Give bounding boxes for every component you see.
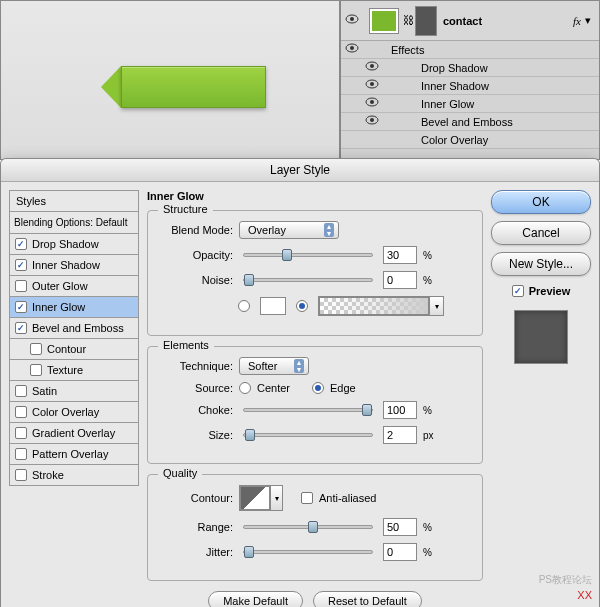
elements-group: Elements Technique: Softer▴▾ Source: Cen…: [147, 346, 483, 464]
checkbox-icon[interactable]: [15, 469, 27, 481]
style-inner-glow[interactable]: Inner Glow: [9, 296, 139, 317]
effect-drop-shadow[interactable]: Drop Shadow: [341, 59, 599, 77]
technique-select[interactable]: Softer▴▾: [239, 357, 309, 375]
effect-inner-shadow[interactable]: Inner Shadow: [341, 77, 599, 95]
style-pattern-overlay[interactable]: Pattern Overlay: [9, 443, 139, 464]
watermark-xx: XX: [577, 589, 592, 601]
reset-default-button[interactable]: Reset to Default: [313, 591, 422, 607]
style-drop-shadow[interactable]: Drop Shadow: [9, 233, 139, 254]
visibility-icon[interactable]: [365, 79, 383, 93]
checkbox-icon[interactable]: [15, 259, 27, 271]
blending-options[interactable]: Blending Options: Default: [9, 211, 139, 233]
select-arrows-icon: ▴▾: [324, 223, 334, 237]
opacity-label: Opacity:: [158, 249, 233, 261]
color-radio[interactable]: [238, 300, 250, 312]
effect-color-overlay[interactable]: Color Overlay: [341, 131, 599, 149]
range-label: Range:: [158, 521, 233, 533]
chevron-down-icon[interactable]: ▾: [429, 297, 443, 315]
checkbox-icon[interactable]: [15, 385, 27, 397]
checkbox-icon[interactable]: [15, 301, 27, 313]
opacity-slider[interactable]: [243, 253, 373, 257]
checkbox-icon[interactable]: [30, 343, 42, 355]
range-slider[interactable]: [243, 525, 373, 529]
style-texture[interactable]: Texture: [9, 359, 139, 380]
visibility-icon[interactable]: [345, 43, 363, 57]
layer-name[interactable]: contact: [443, 15, 573, 27]
visibility-icon[interactable]: [365, 61, 383, 75]
choke-input[interactable]: [383, 401, 417, 419]
checkbox-icon[interactable]: [30, 364, 42, 376]
structure-group: Structure Blend Mode: Overlay▴▾ Opacity:…: [147, 210, 483, 336]
styles-header[interactable]: Styles: [9, 190, 139, 211]
contour-picker[interactable]: ▾: [239, 485, 283, 511]
jitter-slider[interactable]: [243, 550, 373, 554]
canvas: [0, 0, 340, 160]
style-stroke[interactable]: Stroke: [9, 464, 139, 486]
svg-point-3: [350, 46, 354, 50]
blend-mode-select[interactable]: Overlay▴▾: [239, 221, 339, 239]
cancel-button[interactable]: Cancel: [491, 221, 591, 245]
checkbox-icon[interactable]: [15, 448, 27, 460]
visibility-icon[interactable]: [365, 97, 383, 111]
mask-thumbnail[interactable]: [415, 6, 437, 36]
chevron-down-icon[interactable]: ▾: [585, 14, 595, 27]
range-input[interactable]: [383, 518, 417, 536]
green-arrow-shape: [101, 66, 266, 108]
visibility-icon[interactable]: [365, 115, 383, 129]
make-default-button[interactable]: Make Default: [208, 591, 303, 607]
style-satin[interactable]: Satin: [9, 380, 139, 401]
checkbox-icon[interactable]: [15, 427, 27, 439]
noise-label: Noise:: [158, 274, 233, 286]
style-outer-glow[interactable]: Outer Glow: [9, 275, 139, 296]
source-center-radio[interactable]: [239, 382, 251, 394]
preview-thumbnail: [514, 310, 568, 364]
jitter-input[interactable]: [383, 543, 417, 561]
noise-slider[interactable]: [243, 278, 373, 282]
gradient-picker[interactable]: ▾: [318, 296, 444, 316]
svg-point-9: [370, 100, 374, 104]
style-bevel[interactable]: Bevel and Emboss: [9, 317, 139, 338]
select-arrows-icon: ▴▾: [294, 359, 304, 373]
dialog-title: Layer Style: [1, 159, 599, 182]
blend-mode-label: Blend Mode:: [158, 224, 233, 236]
layers-panel: ⛓ contact fx ▾ Effects Drop Shadow Inner…: [340, 0, 600, 160]
fx-badge[interactable]: fx: [573, 15, 581, 27]
quality-group: Quality Contour: ▾ Anti-aliased Range: %…: [147, 474, 483, 581]
chevron-down-icon[interactable]: ▾: [270, 486, 282, 510]
svg-point-11: [370, 118, 374, 122]
gradient-radio[interactable]: [296, 300, 308, 312]
new-style-button[interactable]: New Style...: [491, 252, 591, 276]
size-slider[interactable]: [243, 433, 373, 437]
opacity-input[interactable]: [383, 246, 417, 264]
anti-aliased-checkbox[interactable]: [301, 492, 313, 504]
source-label: Source:: [158, 382, 233, 394]
layer-row-contact[interactable]: ⛓ contact fx ▾: [341, 1, 599, 41]
effect-bevel[interactable]: Bevel and Emboss: [341, 113, 599, 131]
checkbox-icon[interactable]: [15, 406, 27, 418]
source-edge-radio[interactable]: [312, 382, 324, 394]
contour-label: Contour:: [158, 492, 233, 504]
visibility-icon[interactable]: [345, 14, 363, 28]
effect-inner-glow[interactable]: Inner Glow: [341, 95, 599, 113]
preview-label: Preview: [529, 285, 571, 297]
style-contour[interactable]: Contour: [9, 338, 139, 359]
style-color-overlay[interactable]: Color Overlay: [9, 401, 139, 422]
layer-style-dialog: Layer Style Styles Blending Options: Def…: [0, 158, 600, 607]
size-input[interactable]: [383, 426, 417, 444]
color-swatch[interactable]: [260, 297, 286, 315]
effects-header[interactable]: Effects: [341, 41, 599, 59]
choke-label: Choke:: [158, 404, 233, 416]
checkbox-icon[interactable]: [15, 238, 27, 250]
preview-checkbox[interactable]: [512, 285, 524, 297]
style-gradient-overlay[interactable]: Gradient Overlay: [9, 422, 139, 443]
layer-thumbnail[interactable]: [369, 8, 399, 34]
technique-label: Technique:: [158, 360, 233, 372]
checkbox-icon[interactable]: [15, 280, 27, 292]
checkbox-icon[interactable]: [15, 322, 27, 334]
ok-button[interactable]: OK: [491, 190, 591, 214]
choke-slider[interactable]: [243, 408, 373, 412]
noise-input[interactable]: [383, 271, 417, 289]
jitter-label: Jitter:: [158, 546, 233, 558]
style-inner-shadow[interactable]: Inner Shadow: [9, 254, 139, 275]
link-icon[interactable]: ⛓: [403, 14, 413, 28]
